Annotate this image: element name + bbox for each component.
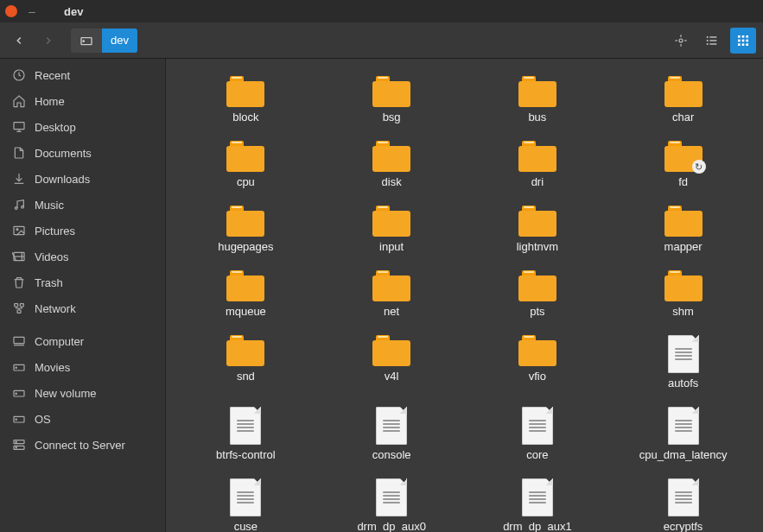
desktop-icon xyxy=(12,120,26,134)
file-item[interactable]: bsg xyxy=(319,73,465,127)
path-bar: dev xyxy=(71,28,137,53)
svg-rect-35 xyxy=(15,304,18,307)
sidebar-item-label: Trash xyxy=(35,276,63,289)
file-label: mapper xyxy=(664,240,703,253)
file-item[interactable]: block xyxy=(173,73,319,127)
file-item[interactable]: drm_dp_aux1 xyxy=(465,475,611,532)
drive-icon xyxy=(79,34,93,48)
sidebar-item-documents[interactable]: Documents xyxy=(0,140,165,166)
location-button[interactable] xyxy=(668,28,694,54)
file-item[interactable]: disk xyxy=(319,137,465,192)
file-item[interactable]: char xyxy=(610,73,756,127)
sidebar-item-network[interactable]: Network xyxy=(0,295,165,321)
drive-icon xyxy=(12,360,26,374)
file-item[interactable]: pts xyxy=(465,267,611,321)
folder-icon xyxy=(664,206,703,237)
sidebar-item-trash[interactable]: Trash xyxy=(0,269,165,295)
forward-button[interactable] xyxy=(36,28,60,53)
file-item[interactable]: ↻fd xyxy=(610,137,756,192)
back-button[interactable] xyxy=(7,28,31,53)
file-pane[interactable]: blockbsgbuscharcpudiskdri↻fdhugepagesinp… xyxy=(166,59,763,532)
file-label: char xyxy=(672,111,694,124)
svg-rect-8 xyxy=(709,36,716,37)
sidebar-item-label: Computer xyxy=(35,335,84,348)
file-item[interactable]: mqueue xyxy=(173,267,319,321)
sidebar-item-new-volume[interactable]: New volume xyxy=(0,380,165,406)
file-item[interactable]: btrfs-control xyxy=(173,403,319,465)
file-item[interactable]: bus xyxy=(465,73,611,127)
folder-icon xyxy=(518,270,556,301)
folder-icon xyxy=(518,335,556,366)
sidebar-item-desktop[interactable]: Desktop xyxy=(0,114,165,140)
file-item[interactable]: mapper xyxy=(610,202,756,256)
path-segment-root[interactable] xyxy=(71,28,102,53)
server-icon xyxy=(12,438,26,452)
file-item[interactable]: input xyxy=(319,202,465,256)
svg-rect-13 xyxy=(738,35,741,38)
file-label: mqueue xyxy=(226,305,266,318)
file-item[interactable]: autofs xyxy=(610,332,756,393)
sidebar-item-home[interactable]: Home xyxy=(0,88,165,114)
file-item[interactable]: cpu_dma_latency xyxy=(610,403,756,465)
svg-point-2 xyxy=(679,39,683,42)
sidebar-item-recent[interactable]: Recent xyxy=(0,62,165,88)
path-segment-current[interactable]: dev xyxy=(102,28,137,53)
file-item[interactable]: hugepages xyxy=(173,202,319,256)
file-icon xyxy=(668,478,699,516)
file-label: hugepages xyxy=(218,240,273,253)
file-label: vfio xyxy=(529,370,546,383)
file-item[interactable]: snd xyxy=(173,332,319,393)
file-item[interactable]: core xyxy=(465,403,611,465)
chevron-right-icon xyxy=(42,35,54,47)
folder-icon xyxy=(372,76,410,107)
svg-rect-36 xyxy=(20,304,23,307)
file-item[interactable]: ecryptfs xyxy=(610,475,756,532)
sidebar-item-os[interactable]: OS xyxy=(0,406,165,432)
sidebar-item-downloads[interactable]: Downloads xyxy=(0,166,165,192)
file-item[interactable]: cpu xyxy=(173,137,319,192)
file-item[interactable]: v4l xyxy=(319,332,465,393)
file-item[interactable]: vfio xyxy=(465,332,611,393)
svg-point-45 xyxy=(16,419,16,420)
svg-rect-21 xyxy=(746,43,748,46)
file-item[interactable]: cuse xyxy=(173,475,319,532)
list-view-button[interactable] xyxy=(699,28,725,54)
file-item[interactable]: console xyxy=(319,403,465,465)
sidebar-item-connect-to-server[interactable]: Connect to Server xyxy=(0,432,165,458)
sidebar: RecentHomeDesktopDocumentsDownloadsMusic… xyxy=(0,59,166,532)
network-icon xyxy=(12,301,26,315)
file-item[interactable]: dri xyxy=(465,137,611,192)
window-close-button[interactable] xyxy=(5,5,17,17)
sidebar-item-videos[interactable]: Videos xyxy=(0,244,165,269)
sidebar-item-label: Movies xyxy=(35,361,70,374)
folder-icon xyxy=(372,141,410,172)
sidebar-item-computer[interactable]: Computer xyxy=(0,328,165,354)
sidebar-item-label: New volume xyxy=(35,387,97,400)
sidebar-item-label: Recent xyxy=(35,69,70,82)
file-label: bus xyxy=(528,111,546,124)
sidebar-item-pictures[interactable]: Pictures xyxy=(0,218,165,244)
file-item[interactable]: lightnvm xyxy=(465,202,611,256)
folder-icon xyxy=(372,270,410,301)
file-icon xyxy=(230,407,261,445)
svg-rect-38 xyxy=(14,337,24,343)
folder-icon xyxy=(372,206,410,237)
svg-point-27 xyxy=(15,207,17,210)
file-label: input xyxy=(379,240,404,253)
folder-icon xyxy=(226,76,264,107)
file-item[interactable]: net xyxy=(319,267,465,321)
sidebar-item-movies[interactable]: Movies xyxy=(0,354,165,380)
svg-point-9 xyxy=(707,40,709,41)
svg-rect-19 xyxy=(738,43,741,46)
pictures-icon xyxy=(12,224,26,238)
trash-icon xyxy=(12,276,26,289)
drive-icon xyxy=(12,386,26,400)
file-label: autofs xyxy=(668,377,698,390)
file-item[interactable]: shm xyxy=(610,267,756,321)
window-title: dev xyxy=(64,5,83,18)
file-label: btrfs-control xyxy=(216,448,276,461)
file-item[interactable]: drm_dp_aux0 xyxy=(319,475,465,532)
grid-view-button[interactable] xyxy=(730,28,756,54)
sidebar-item-music[interactable]: Music xyxy=(0,192,165,218)
window-minimize-button[interactable]: – xyxy=(26,5,38,17)
